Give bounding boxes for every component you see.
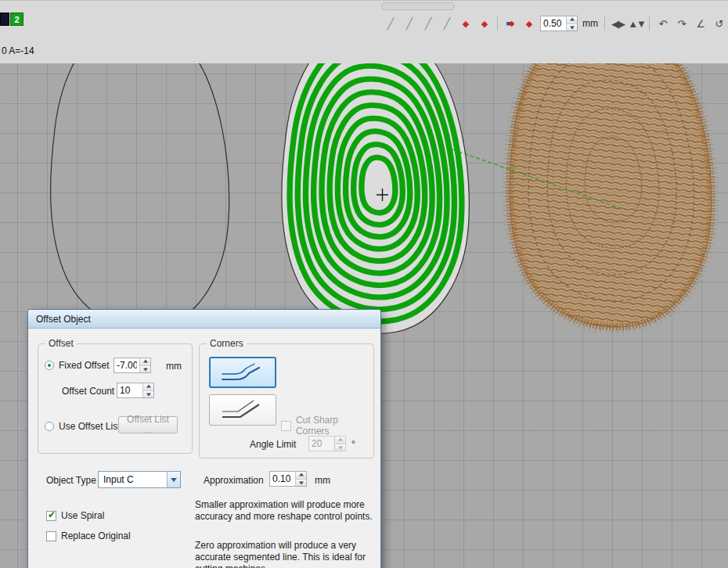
rotate-ccw-icon[interactable]: ↶ xyxy=(654,16,670,31)
stitch-angle-icon-4[interactable]: ╱ xyxy=(439,16,455,31)
fixed-offset-input[interactable] xyxy=(114,358,139,372)
rotate-cw-icon[interactable]: ↷ xyxy=(673,16,689,31)
offset-spiral-object[interactable] xyxy=(282,27,469,333)
offset-count-spinner[interactable] xyxy=(142,383,153,397)
sharp-corner-icon xyxy=(218,399,267,421)
approximation-label: Approximation xyxy=(204,475,264,486)
use-spiral-checkbox[interactable]: Use Spiral xyxy=(46,510,104,521)
offset-group-label: Offset xyxy=(45,338,77,349)
chevron-down-icon[interactable] xyxy=(167,472,180,487)
mirror-vertical-icon[interactable]: ▲▼ xyxy=(629,16,644,31)
bottom-bar: 2 0 A=-14 ╱ ╱ ╱ ╱ ◆ ◆ ■ ◆ ◆ mm ◀▶ ▲▼ xyxy=(0,0,728,63)
sharp-corners-button[interactable] xyxy=(209,394,276,426)
corners-group-label: Corners xyxy=(207,338,247,349)
approximation-help-text: Smaller approximation will produce more … xyxy=(195,499,380,523)
use-spiral-label: Use Spiral xyxy=(61,510,104,521)
radio-dot-icon xyxy=(45,361,54,370)
offset-count-field xyxy=(117,383,154,398)
replace-original-checkbox[interactable]: Replace Original xyxy=(46,530,131,541)
stitch-angle-icon-3[interactable]: ╱ xyxy=(420,16,436,31)
toolbar-separator-3 xyxy=(649,16,650,31)
rotate-icon[interactable]: ↺ xyxy=(711,16,726,31)
palette-color-dark[interactable] xyxy=(0,13,9,26)
cut-sharp-corners-label: Cut Sharp Corners xyxy=(296,415,373,437)
fixed-offset-unit: mm xyxy=(166,361,182,372)
toolbar-separator-1 xyxy=(497,16,498,31)
angle-limit-input[interactable] xyxy=(309,437,334,451)
object-color-icon[interactable]: ■ ◆ xyxy=(503,16,518,31)
outline-width-field xyxy=(540,16,578,31)
checkbox-icon xyxy=(281,421,291,431)
object-type-value: Input C xyxy=(103,474,134,485)
apply-diamond-icon[interactable]: ◆ xyxy=(521,16,537,31)
horizontal-scrollbar-thumb[interactable] xyxy=(381,2,455,10)
offset-count-input[interactable] xyxy=(117,383,142,397)
angle-limit-unit: ° xyxy=(351,439,355,450)
mirror-horizontal-icon[interactable]: ◀▶ xyxy=(610,16,625,31)
object-type-dropdown[interactable]: Input C xyxy=(98,471,181,488)
outline-width-unit: mm xyxy=(582,18,598,29)
offset-count-label: Offset Count xyxy=(62,386,114,397)
object-type-label: Object Type xyxy=(46,475,96,486)
stitched-object[interactable] xyxy=(510,23,712,327)
dialog-title: Offset Object xyxy=(36,314,91,325)
angle-limit-spinner[interactable] xyxy=(334,437,345,451)
stitch-angle-icon-2[interactable]: ╱ xyxy=(402,16,417,31)
skew-icon[interactable]: ∠ xyxy=(692,16,708,31)
approximation-input[interactable] xyxy=(270,472,295,486)
offset-list-button[interactable]: Offset List ... xyxy=(118,416,178,433)
corners-group: Corners Cut Sharp Corners xyxy=(199,343,374,458)
angle-limit-label: Angle Limit xyxy=(250,439,296,450)
application-window: 2 0 A=-14 ╱ ╱ ╱ ╱ ◆ ◆ ■ ◆ ◆ mm ◀▶ ▲▼ xyxy=(0,0,728,568)
checkbox-checked-icon xyxy=(46,511,56,521)
radio-circle-icon xyxy=(45,422,54,431)
cut-sharp-corners-checkbox[interactable]: Cut Sharp Corners xyxy=(281,415,373,437)
approximation-unit: mm xyxy=(315,475,330,486)
property-toolbar: ╱ ╱ ╱ ╱ ◆ ◆ ■ ◆ ◆ mm ◀▶ ▲▼ ↶ ↷ ∠ ↺ xyxy=(383,13,728,34)
replace-original-label: Replace Original xyxy=(61,530,131,541)
palette-color-current[interactable]: 2 xyxy=(10,13,23,26)
use-offset-list-label: Use Offset List xyxy=(59,421,120,432)
fixed-offset-spinner[interactable] xyxy=(139,358,150,372)
offset-object-dialog: Offset Object Offset Fixed Offset mm Off… xyxy=(27,309,381,568)
marker-diamond-icon[interactable]: ◆ xyxy=(477,16,492,31)
round-corners-button[interactable] xyxy=(209,357,276,388)
status-coordinates: 0 A=-14 xyxy=(2,45,34,56)
fixed-offset-radio[interactable]: Fixed Offset xyxy=(45,360,109,371)
reference-diamond-icon[interactable]: ◆ xyxy=(458,16,474,31)
toolbar-separator-2 xyxy=(604,16,605,31)
angle-limit-field xyxy=(308,436,346,451)
outline-width-input[interactable] xyxy=(541,16,566,31)
approximation-field xyxy=(269,471,307,487)
approximation-spinner[interactable] xyxy=(295,472,306,486)
checkbox-icon xyxy=(46,531,56,541)
outline-object[interactable] xyxy=(51,22,229,329)
fixed-offset-label: Fixed Offset xyxy=(59,360,109,371)
round-corner-icon xyxy=(218,361,267,383)
stitch-angle-icon-1[interactable]: ╱ xyxy=(383,16,398,31)
fixed-offset-field xyxy=(114,358,151,373)
outline-width-spinner[interactable] xyxy=(566,16,577,31)
dialog-body: Offset Fixed Offset mm Offset Count xyxy=(28,329,380,568)
zero-approximation-help-text: Zero approximation will produce a very a… xyxy=(195,540,380,568)
offset-group: Offset Fixed Offset mm Offset Count xyxy=(38,343,193,454)
red-diamond-icon: ◆ xyxy=(509,20,515,27)
use-offset-list-radio[interactable]: Use Offset List xyxy=(45,421,120,432)
dialog-titlebar[interactable]: Offset Object xyxy=(28,310,380,329)
